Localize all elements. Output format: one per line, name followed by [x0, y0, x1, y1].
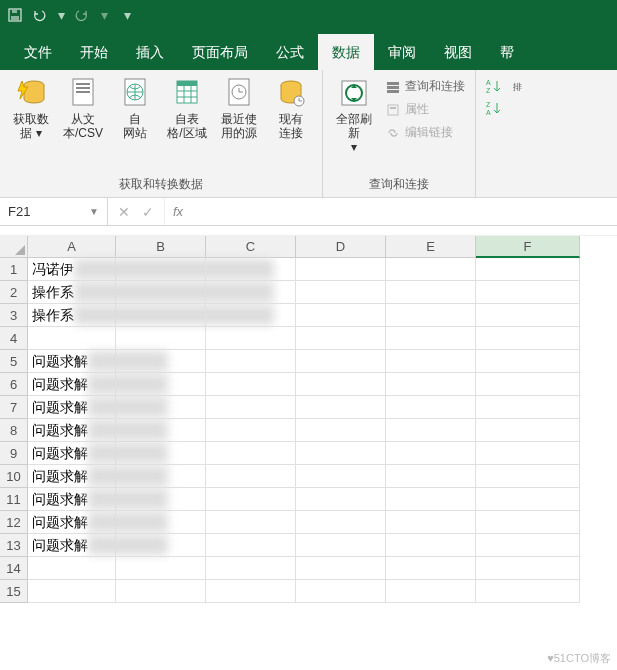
cell[interactable]: 问题求解 [28, 534, 116, 557]
get-data-btn-2[interactable]: 自 网站 [110, 74, 160, 140]
tab-home[interactable]: 开始 [66, 34, 122, 70]
tab-review[interactable]: 审阅 [374, 34, 430, 70]
cell[interactable] [116, 511, 206, 534]
cell[interactable]: 操作系 [28, 304, 116, 327]
cell[interactable] [476, 373, 580, 396]
row-header[interactable]: 15 [0, 580, 28, 603]
cell[interactable] [296, 327, 386, 350]
undo-icon[interactable] [32, 8, 48, 22]
cell[interactable] [206, 350, 296, 373]
cell[interactable] [28, 580, 116, 603]
cell[interactable] [386, 442, 476, 465]
qat-customize-icon[interactable]: ▾ [124, 7, 131, 23]
tab-page-layout[interactable]: 页面布局 [178, 34, 262, 70]
name-box[interactable]: F21 ▼ [0, 198, 108, 225]
cell[interactable] [116, 442, 206, 465]
cell[interactable] [476, 511, 580, 534]
cell[interactable] [476, 327, 580, 350]
cell[interactable]: 问题求解 [28, 396, 116, 419]
cell[interactable] [476, 534, 580, 557]
tab-file[interactable]: 文件 [10, 34, 66, 70]
row-header[interactable]: 2 [0, 281, 28, 304]
row-header[interactable]: 4 [0, 327, 28, 350]
cell[interactable] [296, 488, 386, 511]
cell[interactable] [296, 350, 386, 373]
cell[interactable] [296, 534, 386, 557]
fx-label[interactable]: fx [165, 204, 191, 219]
cell[interactable] [386, 396, 476, 419]
cell[interactable]: 操作系 [28, 281, 116, 304]
cell[interactable] [296, 373, 386, 396]
select-all-corner[interactable] [0, 236, 28, 258]
row-header[interactable]: 1 [0, 258, 28, 281]
cell[interactable] [386, 534, 476, 557]
redo-icon[interactable] [75, 8, 91, 22]
redo-dropdown-icon[interactable]: ▾ [101, 7, 108, 23]
cell[interactable] [476, 304, 580, 327]
cell[interactable] [116, 304, 206, 327]
cancel-icon[interactable]: ✕ [118, 204, 130, 220]
queries-connections-button[interactable]: 查询和连接 [381, 76, 469, 97]
cell[interactable] [386, 281, 476, 304]
cell[interactable] [116, 557, 206, 580]
cell[interactable]: 问题求解 [28, 442, 116, 465]
cell[interactable] [206, 557, 296, 580]
cell[interactable] [206, 281, 296, 304]
cell[interactable] [116, 465, 206, 488]
sort-button[interactable]: 排 [508, 74, 536, 110]
cell[interactable]: 问题求解 [28, 419, 116, 442]
get-data-btn-4[interactable]: 最近使 用的源 [214, 74, 264, 140]
row-header[interactable]: 9 [0, 442, 28, 465]
cell[interactable] [206, 442, 296, 465]
cell[interactable] [476, 557, 580, 580]
tab-insert[interactable]: 插入 [122, 34, 178, 70]
undo-dropdown-icon[interactable]: ▾ [58, 7, 65, 23]
cell[interactable] [386, 350, 476, 373]
cell[interactable] [206, 396, 296, 419]
cell[interactable] [296, 442, 386, 465]
cell[interactable] [206, 511, 296, 534]
cell[interactable] [206, 488, 296, 511]
cell[interactable]: 冯诺伊 [28, 258, 116, 281]
row-header[interactable]: 5 [0, 350, 28, 373]
cell[interactable] [116, 373, 206, 396]
row-header[interactable]: 3 [0, 304, 28, 327]
cell[interactable] [296, 396, 386, 419]
row-header[interactable]: 11 [0, 488, 28, 511]
sort-az-button[interactable]: AZ [482, 76, 506, 96]
cell[interactable] [116, 419, 206, 442]
cell[interactable] [206, 258, 296, 281]
cell[interactable] [116, 327, 206, 350]
col-header-A[interactable]: A [28, 236, 116, 258]
refresh-all-button[interactable]: 全部刷新 ▾ [329, 74, 379, 154]
row-header[interactable]: 13 [0, 534, 28, 557]
cell[interactable] [116, 281, 206, 304]
cell[interactable] [386, 373, 476, 396]
cell[interactable] [386, 304, 476, 327]
cell[interactable] [386, 465, 476, 488]
cell[interactable] [296, 557, 386, 580]
cell[interactable] [386, 419, 476, 442]
cell[interactable] [206, 419, 296, 442]
cell[interactable] [296, 511, 386, 534]
col-header-E[interactable]: E [386, 236, 476, 258]
row-header[interactable]: 8 [0, 419, 28, 442]
tab-data[interactable]: 数据 [318, 34, 374, 70]
cell[interactable] [116, 488, 206, 511]
edit-links-button[interactable]: 编辑链接 [381, 122, 469, 143]
cell[interactable]: 问题求解 [28, 465, 116, 488]
cell[interactable] [116, 350, 206, 373]
cell[interactable] [206, 304, 296, 327]
col-header-D[interactable]: D [296, 236, 386, 258]
cell[interactable] [296, 304, 386, 327]
cell[interactable]: 问题求解 [28, 373, 116, 396]
tab-view[interactable]: 视图 [430, 34, 486, 70]
cell[interactable] [206, 327, 296, 350]
cell[interactable] [476, 442, 580, 465]
namebox-dropdown-icon[interactable]: ▼ [89, 206, 99, 217]
cell[interactable] [386, 327, 476, 350]
cell[interactable] [476, 465, 580, 488]
cell[interactable] [206, 580, 296, 603]
enter-icon[interactable]: ✓ [142, 204, 154, 220]
properties-button[interactable]: 属性 [381, 99, 469, 120]
